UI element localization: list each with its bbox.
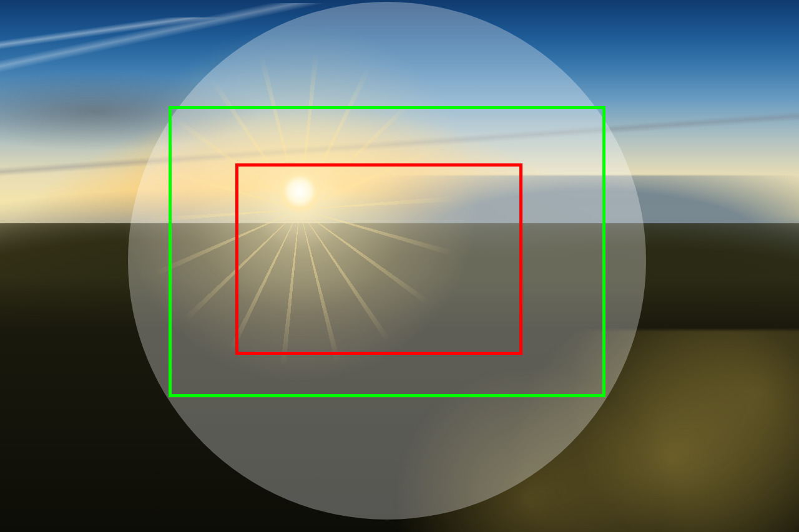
autumn-foliage-patch	[336, 330, 799, 532]
landscape-scene	[0, 0, 799, 532]
